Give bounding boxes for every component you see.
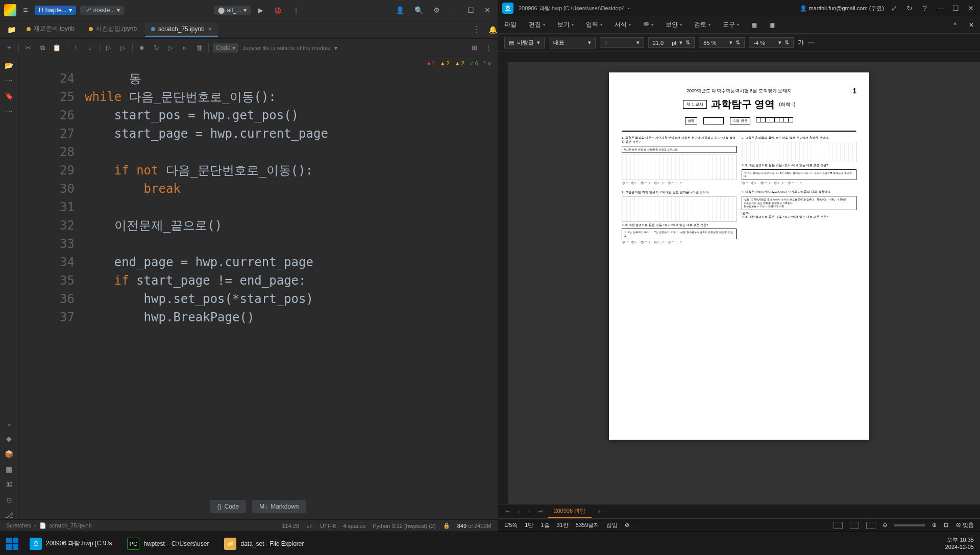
code-line[interactable]: 32 이전문제_끝으로(): [18, 216, 498, 235]
add-cell-icon[interactable]: +: [4, 44, 14, 52]
taskbar-app-pycharm[interactable]: PChwptest – C:\Users\user: [123, 536, 213, 552]
run-all-icon[interactable]: ▷: [165, 44, 176, 52]
main-menu-icon[interactable]: ≡: [20, 5, 31, 15]
move-down-icon[interactable]: ↓: [85, 44, 95, 52]
tab-file-3[interactable]: scratch_75.ipynb✕: [145, 22, 218, 37]
terminal-icon[interactable]: ⌘: [6, 481, 13, 489]
services-icon[interactable]: ▦: [6, 465, 12, 473]
run-icon[interactable]: ▶: [255, 6, 266, 14]
code-line[interactable]: 37 hwp.BreakPage(): [18, 308, 498, 326]
zoom-slider[interactable]: [894, 524, 925, 526]
user-account[interactable]: 👤 martinii.fun@gmail.com (무료): [800, 5, 884, 12]
style-select[interactable]: ▤바탕글▾: [504, 37, 545, 48]
font-size-input[interactable]: 21.0pt▾⇅: [648, 37, 695, 48]
minimize-icon[interactable]: —: [935, 3, 945, 13]
menu-security[interactable]: 보안▾: [666, 20, 682, 29]
project-chip[interactable]: Hhwpte...▾: [35, 6, 76, 15]
python-console-icon[interactable]: ◆: [6, 435, 12, 443]
menu-input[interactable]: 입력▾: [586, 20, 602, 29]
close-icon[interactable]: ✕: [481, 6, 494, 14]
debug-icon[interactable]: 🐞: [271, 6, 285, 14]
tab-file-2[interactable]: 사진삽입.ipynb: [83, 21, 143, 37]
menu-page[interactable]: 쪽▾: [643, 20, 653, 29]
readonly-icon[interactable]: 🔒: [443, 522, 450, 529]
zoom-out-icon[interactable]: ⊖: [883, 522, 887, 528]
refresh-icon[interactable]: ↻: [904, 3, 915, 13]
run-config-chip[interactable]: ⬤all_...▾: [214, 6, 251, 15]
settings-icon[interactable]: ⚙: [430, 6, 443, 14]
weak-badge[interactable]: ▲ 2: [455, 60, 464, 66]
more-icon[interactable]: ⋮: [289, 6, 303, 14]
data-icon[interactable]: ⊞: [469, 44, 479, 52]
project-icon[interactable]: 📂: [5, 61, 13, 69]
expand-icon[interactable]: ⤢: [889, 3, 899, 13]
cell-type-select[interactable]: Code ▾: [213, 43, 238, 53]
run-below-icon[interactable]: ▹: [180, 44, 190, 52]
menu-review[interactable]: 검토▾: [694, 20, 710, 29]
code-line[interactable]: 34 end_page = hwp.current_page: [18, 253, 498, 271]
stop-icon[interactable]: ■: [137, 44, 147, 52]
change-tracking-icon[interactable]: ⊘: [625, 522, 629, 528]
run-debug-icon[interactable]: ▷: [118, 44, 128, 52]
document-tab[interactable]: 200906 과탐: [548, 505, 592, 518]
more-format-icon[interactable]: ⋯: [808, 39, 814, 46]
menu-file[interactable]: 파일: [504, 20, 517, 29]
code-line[interactable]: 35 if start_page != end_page:: [18, 271, 498, 290]
toolbar-toggle-icon[interactable]: ▦: [751, 21, 757, 29]
search-icon[interactable]: 🔍: [411, 6, 426, 14]
cut-icon[interactable]: ✂: [23, 44, 33, 52]
tab-prev-icon[interactable]: ‹: [515, 509, 523, 515]
ribbon-close-icon[interactable]: ✕: [969, 21, 974, 29]
code-editor[interactable]: ● 1 ▲ 2 ▲ 2 ✓ 6 ^ ∨ 24 동25while 다음_문단번호로…: [18, 57, 498, 519]
maximize-icon[interactable]: ☐: [950, 3, 961, 13]
code-line[interactable]: 36 hwp.set_pos(*start_pos): [18, 290, 498, 308]
packages-icon[interactable]: 📦: [5, 450, 13, 458]
horizontal-ruler[interactable]: [498, 52, 980, 62]
maximize-icon[interactable]: ☐: [464, 6, 477, 14]
add-tab-icon[interactable]: +: [594, 509, 605, 515]
errors-badge[interactable]: ● 1: [427, 60, 435, 66]
tab-first-icon[interactable]: ⇤: [502, 508, 513, 515]
structure-icon[interactable]: ⋯: [6, 77, 13, 85]
memory-indicator[interactable]: 849 of 2400M: [457, 523, 492, 529]
git-branch-chip[interactable]: ⎇maste...▾: [80, 6, 125, 15]
align-button[interactable]: 가: [798, 38, 804, 47]
zoom-in-icon[interactable]: ⊕: [932, 522, 937, 528]
problems-icon[interactable]: ⊙: [6, 496, 12, 504]
run-cell-icon[interactable]: ▷: [104, 44, 114, 52]
add-markdown-cell-button[interactable]: M↓Markdown: [252, 500, 306, 513]
menu-edit[interactable]: 편집▾: [529, 20, 545, 29]
paste-icon[interactable]: 📋: [52, 44, 62, 52]
interpreter[interactable]: Python 3.12 (hwptest) (2): [373, 523, 436, 529]
taskbar-app-hwp[interactable]: 호200906 과탐.hwp [C:\Us: [26, 536, 116, 552]
vcs-icon[interactable]: ⎇: [5, 511, 13, 519]
view-mode-1[interactable]: [834, 522, 843, 529]
menu-view[interactable]: 보기▾: [557, 20, 574, 29]
view-mode-3[interactable]: [866, 522, 875, 529]
page-indicator[interactable]: 1/5쪽: [504, 521, 518, 529]
notifications-icon[interactable]: 🔔: [487, 24, 498, 35]
more-tool-icon[interactable]: ⋯: [6, 107, 13, 115]
view-mode-2[interactable]: [850, 522, 859, 529]
code-line[interactable]: 25while 다음_문단번호로_이동():: [18, 88, 498, 106]
tab-last-icon[interactable]: ⇥: [535, 508, 546, 515]
close-icon[interactable]: ✕: [966, 3, 976, 13]
code-line[interactable]: 24 동: [18, 69, 498, 88]
code-with-me-icon[interactable]: 👤: [393, 6, 407, 14]
code-line[interactable]: 30 break: [18, 180, 498, 198]
project-tool-icon[interactable]: 📁: [6, 24, 16, 35]
toolbar-toggle2-icon[interactable]: ▦: [769, 21, 775, 29]
encoding[interactable]: UTF-8: [320, 523, 336, 529]
bookmarks-icon[interactable]: 🔖: [5, 92, 13, 100]
code-line[interactable]: 27 start_page = hwp.current_page: [18, 124, 498, 143]
zoom-select[interactable]: 85 %▾⇅: [699, 37, 745, 48]
copy-icon[interactable]: ⧉: [37, 44, 47, 52]
more-toolbar-icon[interactable]: ⋮: [483, 44, 494, 52]
help-icon[interactable]: ?: [920, 3, 930, 13]
font-select[interactable]: T▾: [600, 37, 644, 48]
indent[interactable]: 4 spaces: [343, 523, 365, 529]
start-button[interactable]: [6, 538, 18, 550]
collapse-icon[interactable]: ⌄: [6, 419, 12, 427]
paragraph-select[interactable]: 대표▾: [549, 37, 596, 48]
taskbar-app-explorer[interactable]: 📁data_set - File Explorer: [220, 536, 308, 552]
